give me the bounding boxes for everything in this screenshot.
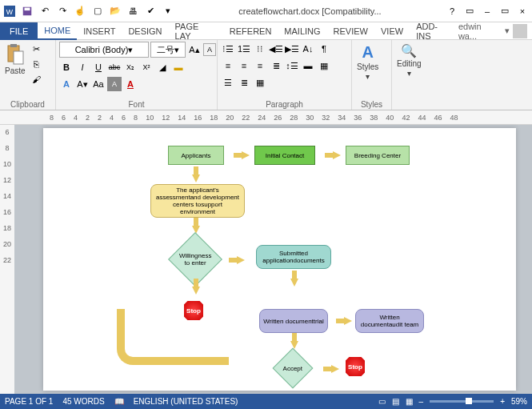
diamond-accept[interactable]: Accept — [273, 348, 314, 389]
multilevel-icon[interactable]: ⁝⁝ — [253, 42, 267, 56]
cell-alignment-icon[interactable]: ▦ — [253, 75, 267, 90]
tab-view[interactable]: VIEW — [374, 22, 410, 40]
account-area[interactable]: edwin wa... ▾ — [458, 22, 532, 41]
zoom-out-icon[interactable]: – — [419, 397, 424, 406]
avatar — [513, 24, 527, 38]
align-left-icon[interactable]: ≡ — [221, 58, 235, 73]
page-indicator[interactable]: PAGE 1 OF 1 — [5, 397, 53, 406]
chevron-down-icon: ▾ — [366, 72, 370, 81]
tab-page-layout[interactable]: PAGE LAY — [169, 22, 223, 40]
styles-button[interactable]: A Styles▾ — [355, 42, 380, 82]
arrow-icon — [344, 317, 352, 325]
distribute-icon[interactable]: ☰ — [221, 75, 235, 90]
ribbon-tabs: FILE HOME INSERT DESIGN PAGE LAY REFEREN… — [0, 22, 532, 40]
undo-icon[interactable]: ↶ — [37, 3, 53, 19]
decrease-indent-icon[interactable]: ◀☰ — [269, 42, 283, 56]
tab-design[interactable]: DESIGN — [122, 22, 168, 40]
zoom-level[interactable]: 59% — [511, 397, 527, 406]
copy-icon[interactable]: ⎘ — [30, 57, 44, 71]
language-indicator[interactable]: ENGLISH (UNITED STATES) — [134, 397, 238, 406]
show-marks-icon[interactable]: ¶ — [317, 42, 331, 56]
ribbon-options-icon[interactable]: ▭ — [462, 3, 478, 19]
minimize-button[interactable]: – — [479, 3, 495, 19]
clear-format-icon[interactable]: ◢ — [155, 60, 170, 74]
borders-icon[interactable]: ▦ — [317, 58, 331, 73]
paste-label: Paste — [5, 66, 26, 75]
strike-button[interactable]: abc — [107, 60, 122, 74]
word-count[interactable]: 45 WORDS — [62, 397, 104, 406]
box-breeding-center[interactable]: Breeding Center — [346, 146, 410, 165]
align-right-icon[interactable]: ≡ — [253, 58, 267, 73]
numbering-icon[interactable]: 1☰ — [237, 42, 251, 56]
zoom-in-icon[interactable]: + — [500, 397, 505, 406]
bold-button[interactable]: B — [59, 60, 74, 74]
snap-icon[interactable]: ≣ — [237, 75, 251, 90]
proofing-icon[interactable]: 📖 — [114, 397, 124, 406]
read-mode-icon[interactable]: ▭ — [378, 397, 386, 406]
line-spacing-icon[interactable]: ↕☰ — [285, 58, 299, 73]
web-layout-icon[interactable]: ▦ — [406, 397, 413, 406]
box-initial-contact[interactable]: Initial Contact — [254, 146, 315, 165]
char-shading-icon[interactable]: A — [107, 77, 122, 91]
file-tab[interactable]: FILE — [0, 22, 38, 40]
highlight-icon[interactable]: ▬ — [171, 60, 186, 74]
font-name-combo[interactable]: Calibri (Body)▾ — [59, 42, 149, 58]
font-size-combo[interactable]: 二号▾ — [150, 42, 186, 58]
open-icon[interactable]: 📂 — [107, 3, 123, 19]
box-written-audit[interactable]: Written documentaudit team — [355, 309, 424, 333]
spelling-icon[interactable]: ✔ — [142, 3, 158, 19]
change-case-button[interactable]: Aa — [91, 77, 106, 91]
quick-print-icon[interactable]: 🖶 — [125, 3, 141, 19]
touch-mode-icon[interactable]: ☝ — [72, 3, 88, 19]
tab-references[interactable]: REFEREN — [223, 22, 278, 40]
maximize-button[interactable]: ▭ — [497, 3, 513, 19]
underline-button[interactable]: U — [91, 60, 106, 74]
box-written-trial[interactable]: Written documenttrial — [259, 309, 328, 333]
cut-icon[interactable]: ✂ — [30, 42, 44, 56]
box-assessment[interactable]: The applicant's assessmentand developmen… — [150, 184, 245, 218]
grow-font-icon[interactable]: A▴ — [187, 42, 202, 57]
title-bar: W ↶ ↷ ☝ ▢ 📂 🖶 ✔ ▾ createflowchart.docx [… — [0, 0, 532, 22]
increase-indent-icon[interactable]: ▶☰ — [285, 42, 299, 56]
format-painter-icon[interactable]: 🖌 — [30, 72, 44, 86]
paste-button[interactable]: Paste — [3, 42, 27, 77]
help-icon[interactable]: ? — [444, 3, 460, 19]
bullets-icon[interactable]: ⁝☰ — [221, 42, 235, 56]
styles-icon: A — [362, 43, 373, 62]
stop-sign[interactable]: Stop — [344, 355, 366, 378]
redo-icon[interactable]: ↷ — [54, 3, 70, 19]
text-effects-icon[interactable]: A — [59, 77, 74, 91]
customize-qat-icon[interactable]: ▾ — [160, 3, 176, 19]
horizontal-ruler[interactable]: 8642246810121416182022242628303234363840… — [0, 110, 532, 125]
close-button[interactable]: × — [514, 3, 530, 19]
tab-insert[interactable]: INSERT — [77, 22, 122, 40]
document-title: createflowchart.docx [Compatibility... — [176, 6, 444, 16]
justify-icon[interactable]: ≣ — [269, 58, 283, 73]
new-doc-icon[interactable]: ▢ — [90, 3, 106, 19]
editing-button[interactable]: 🔍 Editing▾ — [395, 42, 423, 79]
box-applicants[interactable]: Applicants — [168, 146, 224, 165]
shading-icon[interactable]: ▬ — [301, 58, 315, 73]
subscript-button[interactable]: X₂ — [123, 60, 138, 74]
arrow-icon — [290, 279, 298, 287]
font-color-icon[interactable]: A — [123, 77, 138, 91]
save-icon[interactable] — [19, 3, 35, 19]
zoom-thumb[interactable] — [466, 398, 472, 404]
print-layout-icon[interactable]: ▤ — [392, 397, 399, 406]
superscript-button[interactable]: X² — [139, 60, 154, 74]
zoom-slider[interactable] — [430, 400, 494, 403]
align-center-icon[interactable]: ≡ — [237, 58, 251, 73]
italic-button[interactable]: I — [75, 60, 90, 74]
tab-home[interactable]: HOME — [38, 22, 77, 40]
tab-addins[interactable]: ADD-INS — [410, 22, 458, 40]
paste-icon — [6, 43, 25, 66]
char-border-icon[interactable]: A — [203, 43, 216, 56]
tab-review[interactable]: REVIEW — [327, 22, 374, 40]
tab-mailing[interactable]: MAILING — [278, 22, 326, 40]
sort-icon[interactable]: A↓ — [301, 42, 315, 56]
word-icon: W — [2, 3, 18, 19]
vertical-ruler[interactable]: 6810121416182022 — [0, 125, 14, 394]
box-submitted[interactable]: Submitted applicationdocuments — [256, 245, 331, 269]
document-page[interactable]: Applicants Initial Contact Breeding Cent… — [43, 128, 516, 391]
shrink-font-icon[interactable]: A▾ — [75, 77, 90, 91]
